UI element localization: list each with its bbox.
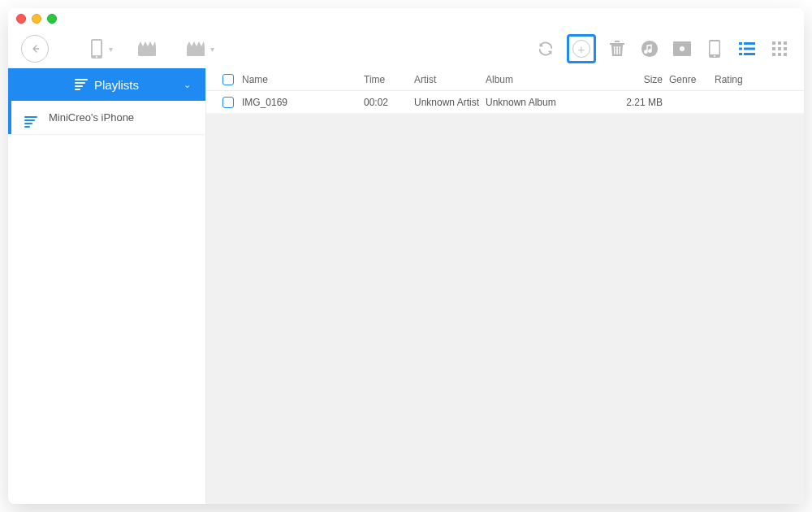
svg-point-10 xyxy=(680,46,685,51)
chevron-down-icon: ⌄ xyxy=(184,80,191,90)
main-panel: Name Time Artist Album Size Genre Rating… xyxy=(206,68,804,504)
chevron-down-icon: ▾ xyxy=(109,45,113,54)
music-tab-button[interactable] xyxy=(638,37,661,60)
svg-rect-17 xyxy=(744,48,755,50)
select-all-checkbox[interactable] xyxy=(222,74,234,85)
sidebar: Playlists ⌄ MiniCreo's iPhone xyxy=(8,68,206,504)
back-button[interactable] xyxy=(21,35,49,63)
table-row[interactable]: IMG_0169 00:02 Unknown Artist Unknown Al… xyxy=(206,91,804,114)
chevron-down-icon: ▾ xyxy=(210,45,214,54)
svg-rect-6 xyxy=(616,46,618,54)
delete-button[interactable] xyxy=(606,37,628,60)
column-header-size[interactable]: Size xyxy=(606,74,669,85)
column-header-rating[interactable]: Rating xyxy=(715,74,763,85)
device-selector[interactable]: ▾ xyxy=(89,38,113,59)
add-button[interactable]: + xyxy=(567,34,596,63)
svg-rect-16 xyxy=(739,48,742,50)
refresh-icon xyxy=(537,40,555,58)
svg-rect-19 xyxy=(744,53,755,55)
list-icon xyxy=(739,42,755,55)
media-type-selector-1[interactable] xyxy=(137,41,157,57)
display-icon xyxy=(673,41,691,56)
svg-rect-27 xyxy=(778,53,781,56)
toolbar-left-group: ▾ ▾ xyxy=(21,35,214,63)
column-header-album[interactable]: Album xyxy=(486,74,606,85)
toolbar-right-group: + xyxy=(534,34,791,63)
column-header-time[interactable]: Time xyxy=(364,74,414,85)
svg-rect-1 xyxy=(93,41,101,55)
column-header-genre[interactable]: Genre xyxy=(669,74,715,85)
sidebar-header-label: Playlists xyxy=(94,78,139,92)
svg-rect-28 xyxy=(784,53,787,56)
svg-point-2 xyxy=(96,56,97,58)
cell-album: Unknown Album xyxy=(486,97,606,108)
sidebar-item-device-playlist[interactable]: MiniCreo's iPhone xyxy=(8,101,205,135)
svg-point-13 xyxy=(714,55,715,57)
media-type-selector-2[interactable]: ▾ xyxy=(186,41,214,57)
svg-rect-21 xyxy=(778,41,781,45)
column-header-name[interactable]: Name xyxy=(242,74,364,85)
svg-rect-5 xyxy=(614,46,615,54)
svg-rect-26 xyxy=(772,53,775,56)
plus-circle-icon: + xyxy=(572,40,590,58)
cell-artist: Unknown Artist xyxy=(414,97,486,108)
cell-time: 00:02 xyxy=(364,97,414,108)
svg-rect-22 xyxy=(784,41,787,45)
trash-icon xyxy=(610,41,624,57)
svg-rect-20 xyxy=(772,41,775,45)
row-checkbox[interactable] xyxy=(222,97,234,108)
svg-rect-7 xyxy=(620,46,621,54)
playlist-icon xyxy=(24,108,37,128)
svg-rect-3 xyxy=(138,46,156,56)
svg-rect-18 xyxy=(739,53,742,55)
cell-name: IMG_0169 xyxy=(242,97,364,108)
list-view-button[interactable] xyxy=(736,37,758,60)
clapper-icon xyxy=(186,41,205,57)
svg-rect-15 xyxy=(744,42,755,45)
window-titlebar xyxy=(8,8,804,29)
svg-rect-25 xyxy=(784,47,787,50)
column-header-artist[interactable]: Artist xyxy=(414,74,486,85)
table-header-row: Name Time Artist Album Size Genre Rating xyxy=(206,68,804,91)
phone-tab-button[interactable] xyxy=(703,37,726,60)
phone-icon xyxy=(709,40,720,58)
grid-view-button[interactable] xyxy=(768,37,791,60)
clapper-icon xyxy=(137,41,157,57)
svg-rect-4 xyxy=(187,46,205,56)
phone-icon xyxy=(89,38,104,59)
app-window: ▾ ▾ + xyxy=(8,8,804,504)
window-zoom-button[interactable] xyxy=(47,14,57,24)
sidebar-header-playlists[interactable]: Playlists ⌄ xyxy=(8,68,205,101)
window-minimize-button[interactable] xyxy=(32,14,41,24)
grid-icon xyxy=(772,41,787,56)
svg-rect-12 xyxy=(710,41,719,54)
cell-size: 2.21 MB xyxy=(606,97,669,108)
video-tab-button[interactable] xyxy=(671,37,693,60)
window-close-button[interactable] xyxy=(16,14,26,24)
sidebar-item-label: MiniCreo's iPhone xyxy=(49,111,134,124)
svg-rect-14 xyxy=(739,42,742,45)
svg-rect-24 xyxy=(778,47,781,50)
toolbar: ▾ ▾ + xyxy=(8,29,804,68)
content-body: Playlists ⌄ MiniCreo's iPhone Name Time … xyxy=(8,68,804,504)
arrow-left-icon xyxy=(28,42,41,55)
refresh-button[interactable] xyxy=(534,37,557,60)
svg-point-8 xyxy=(641,41,658,57)
music-note-icon xyxy=(641,40,659,58)
svg-rect-23 xyxy=(772,47,775,50)
playlist-icon xyxy=(75,79,88,90)
